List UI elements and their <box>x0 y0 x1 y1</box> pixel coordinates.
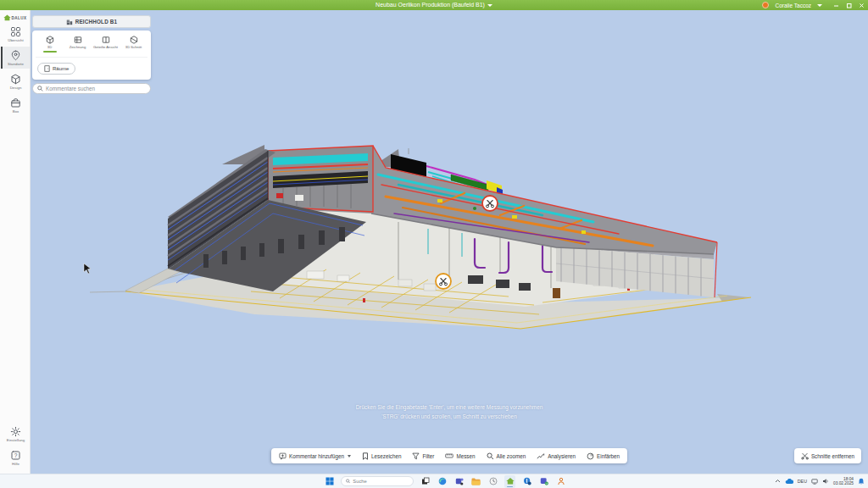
filter-button[interactable]: Filter <box>412 452 434 460</box>
speaker-icon[interactable] <box>822 478 829 485</box>
sidebar-item-box[interactable]: Box <box>1 94 30 116</box>
dalux-house-icon <box>3 14 11 21</box>
viewer-toolbar: Kommentar hinzufügen Lesezeichen Filter … <box>271 448 627 463</box>
ruler-icon <box>445 452 453 459</box>
minimize-button[interactable] <box>833 3 839 8</box>
user-chevron-icon[interactable] <box>817 4 822 7</box>
cut-cube-icon <box>130 36 138 44</box>
magnifier-icon <box>487 452 494 460</box>
app-window: Neubau Oerlikon Produktion (Baufeld B1) … <box>0 0 868 488</box>
maximize-button[interactable] <box>846 3 852 8</box>
cube-icon <box>10 74 21 85</box>
task-view-icon[interactable] <box>420 475 431 488</box>
analyze-button[interactable]: Analysieren <box>537 452 576 460</box>
notification-bell-icon[interactable] <box>858 478 865 485</box>
tab-3d[interactable]: 3D <box>36 34 64 55</box>
dalux-logo: DALUX <box>3 14 27 21</box>
tray-chevron-up-icon[interactable] <box>775 479 781 484</box>
measure-button[interactable]: Messen <box>445 452 475 459</box>
user-avatar[interactable] <box>762 2 769 8</box>
chevron-down-icon <box>348 455 351 458</box>
tab-zeichnung[interactable]: Zeichnung <box>64 34 92 55</box>
add-comment-button[interactable]: Kommentar hinzufügen <box>279 452 351 460</box>
model-3d-canvas[interactable] <box>31 10 868 474</box>
building-name: REICHHOLD B1 <box>75 19 118 25</box>
display-icon[interactable] <box>811 479 818 485</box>
box-icon <box>10 97 21 108</box>
tray-clock[interactable]: 18:04 03.02.2025 <box>833 477 854 486</box>
orange-app-icon[interactable] <box>555 475 566 488</box>
app-blue-badge-icon[interactable] <box>521 475 532 488</box>
dalux-app-icon[interactable] <box>504 475 515 488</box>
palette-icon <box>587 452 594 460</box>
comment-search-input[interactable] <box>46 86 146 92</box>
taskbar-search-input[interactable] <box>353 479 409 484</box>
rooms-button[interactable]: Räume <box>37 63 75 75</box>
cube-3d-icon <box>46 36 54 44</box>
building-icon <box>66 19 73 25</box>
location-pin-icon <box>10 50 21 61</box>
user-menu[interactable]: Coralie Taccoz <box>775 3 811 8</box>
project-title: Neubau Oerlikon Produktion (Baufeld B1) <box>376 2 485 8</box>
sidebar: DALUX Übersicht Standorte Design <box>0 10 31 474</box>
svg-text:?: ? <box>14 452 18 458</box>
close-button[interactable] <box>859 3 865 8</box>
file-explorer-icon[interactable] <box>470 475 481 488</box>
sidebar-item-einstellung[interactable]: Einstellung <box>1 423 30 445</box>
sidebar-item-standorte[interactable]: Standorte <box>1 47 30 69</box>
clock-app-icon[interactable] <box>487 475 498 488</box>
onedrive-cloud-icon[interactable] <box>785 479 793 485</box>
tab-3d-schnitt[interactable]: 3D Schnitt <box>120 34 147 55</box>
remove-sections-button[interactable]: Schnitte entfernen <box>794 448 861 463</box>
app-green-check-icon[interactable] <box>538 475 549 488</box>
language-indicator[interactable]: DEU <box>798 479 807 484</box>
sidebar-item-uebersicht[interactable]: Übersicht <box>1 23 30 45</box>
bookmark-icon <box>362 452 369 460</box>
comment-plus-icon <box>279 452 287 460</box>
colorize-button[interactable]: Einfärben <box>587 452 620 460</box>
start-button[interactable] <box>324 475 335 488</box>
title-bar: Neubau Oerlikon Produktion (Baufeld B1) … <box>0 0 868 10</box>
active-tab-underline <box>43 51 57 53</box>
room-door-icon <box>44 65 50 72</box>
teams-icon[interactable] <box>453 475 465 488</box>
scissors-icon <box>801 452 809 460</box>
view-tabs-card: 3D Zeichnung Geteilte Ansicht <box>32 30 151 80</box>
zoom-all-button[interactable]: Alle zoomen <box>487 452 526 460</box>
windows-taskbar: DEU 18:04 03.02.2025 <box>0 474 868 488</box>
search-icon <box>346 479 350 484</box>
sidebar-item-hilfe[interactable]: ? Hilfe <box>1 446 30 469</box>
search-icon <box>37 86 43 92</box>
project-title-dropdown[interactable]: Neubau Oerlikon Produktion (Baufeld B1) <box>0 0 868 10</box>
sidebar-item-design[interactable]: Design <box>1 70 30 92</box>
section-handle-lower[interactable] <box>436 274 451 289</box>
funnel-icon <box>412 452 420 460</box>
chevron-down-icon <box>487 4 492 7</box>
split-view-icon <box>102 36 110 44</box>
gear-icon <box>10 426 21 437</box>
section-handle-upper[interactable] <box>482 196 498 211</box>
taskbar-search[interactable] <box>341 476 414 486</box>
grid-icon <box>10 26 21 37</box>
drawing-icon <box>74 36 82 44</box>
tray-date: 03.02.2025 <box>833 481 854 485</box>
tab-geteilte-ansicht[interactable]: Geteilte Ansicht <box>92 34 120 55</box>
building-selector-button[interactable]: REICHHOLD B1 <box>32 15 151 28</box>
analyze-chart-icon <box>537 452 545 460</box>
bookmarks-button[interactable]: Lesezeichen <box>362 452 401 460</box>
help-icon: ? <box>10 450 21 461</box>
comment-search <box>32 83 151 94</box>
location-panel: REICHHOLD B1 3D Zeichnung <box>32 15 151 94</box>
edge-browser-icon[interactable] <box>437 475 448 488</box>
